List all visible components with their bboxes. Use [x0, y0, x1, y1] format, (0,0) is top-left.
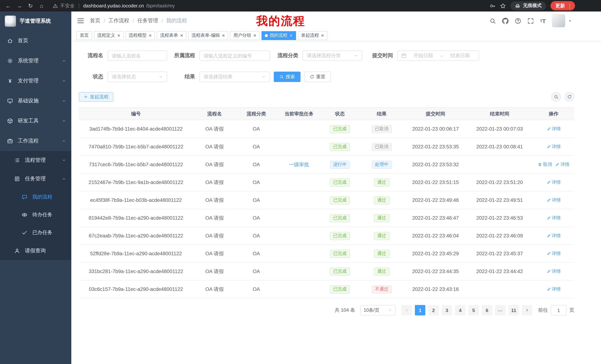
page-button-2[interactable]: 2 [428, 305, 439, 315]
browser-back-button[interactable]: ← [4, 1, 13, 10]
detail-button[interactable]: 详情 [547, 215, 561, 221]
sidebar-item-infrastructure[interactable]: 基础设施 [0, 91, 71, 111]
tab-process-form[interactable]: 流程表单× [157, 31, 186, 40]
cell-result: 通过 [359, 209, 405, 227]
detail-button[interactable]: 详情 [547, 197, 561, 203]
process-def-field: 所属流程 [167, 50, 270, 61]
user-avatar-menu[interactable] [552, 14, 572, 28]
browser-reload-button[interactable]: ↻ [26, 1, 35, 10]
detail-button[interactable]: 详情 [555, 161, 570, 168]
page-button-11[interactable]: 11 [509, 305, 519, 315]
status-select[interactable]: 请选择状态 [108, 72, 167, 82]
header-search-button[interactable] [489, 18, 496, 24]
breadcrumb-separator: / [161, 18, 163, 24]
cell-end-time: 2022-01-22 23:46:53 [466, 209, 533, 227]
breadcrumb-item[interactable]: 首页 [90, 18, 100, 24]
prev-page-button[interactable] [401, 305, 412, 315]
fullscreen-button[interactable] [527, 18, 534, 24]
result-tag: 通过 [374, 232, 390, 240]
sidebar-item-task-mgmt[interactable]: 任务管理 [0, 170, 71, 188]
address-bar[interactable]: 不安全 dashboard.yudao.iocoder.cn/bpm/task/… [53, 2, 175, 9]
cancel-button[interactable]: 取消 [538, 161, 552, 168]
briefcase-icon [7, 138, 13, 144]
sidebar-item-todo-task[interactable]: 待办任务 [0, 206, 71, 224]
sidebar-item-label: 流程管理 [25, 157, 62, 164]
sidebar-item-system[interactable]: 系统管理 [0, 51, 71, 71]
next-page-button[interactable] [522, 305, 532, 315]
cell-category: OA [236, 209, 277, 227]
sidebar-item-workflow[interactable]: 工作流程 [0, 131, 71, 151]
cell-current-task: 一级审批 [277, 156, 321, 173]
github-button[interactable] [502, 18, 508, 24]
detail-button[interactable]: 详情 [547, 233, 561, 239]
cell-submit-time: 2022-01-22 23:46:04 [405, 227, 466, 245]
close-icon[interactable]: × [117, 33, 120, 38]
current-task-link[interactable]: 一级审批 [289, 161, 309, 168]
incognito-badge[interactable]: 无痕模式 [510, 1, 546, 10]
show-search-button[interactable] [551, 92, 561, 102]
pager-more-button[interactable]: ••• [495, 305, 506, 315]
browser-update-button[interactable]: 更新 ⋮ [551, 1, 575, 10]
close-icon[interactable]: × [222, 33, 225, 38]
browser-menu-icon[interactable]: ⋮ [567, 3, 572, 9]
browser-home-button[interactable]: ⌂ [37, 1, 46, 10]
pager: 123456•••11 [400, 305, 534, 315]
tab-process-model[interactable]: 流程模型× [125, 31, 155, 40]
search-button[interactable]: 搜索 [274, 72, 300, 82]
process-name-field: 流程名 [79, 50, 167, 61]
detail-button[interactable]: 详情 [547, 179, 561, 185]
category-select[interactable]: 请选择流程分类 [303, 50, 362, 61]
detail-button[interactable]: 详情 [547, 250, 561, 257]
page-button-1[interactable]: 1 [415, 305, 425, 315]
refresh-table-button[interactable] [565, 92, 574, 102]
reset-button[interactable]: 重置 [304, 72, 331, 82]
sidebar-item-payment[interactable]: ¥支付管理 [0, 71, 71, 91]
submit-time-range-picker[interactable]: 开始日期 - 结束日期 [397, 50, 479, 61]
breadcrumb-item[interactable]: 工作流程 [109, 18, 129, 24]
tab-process-definition[interactable]: 流程定义× [94, 31, 123, 40]
detail-button[interactable]: 详情 [547, 268, 561, 275]
page-button-6[interactable]: 6 [482, 305, 492, 315]
tab-label: 流程模型 [129, 32, 147, 38]
bookmark-star-icon[interactable] [500, 3, 506, 9]
sidebar-item-process-mgmt[interactable]: 流程管理 [0, 151, 71, 170]
close-icon[interactable]: × [290, 33, 292, 38]
trash-icon [538, 163, 542, 167]
tab-start-process[interactable]: 发起流程× [298, 31, 327, 40]
hamburger-button[interactable] [77, 17, 85, 25]
cell-process-name: OA 请假 [193, 174, 236, 191]
sidebar-item-devtools[interactable]: 研发工具 [0, 111, 71, 131]
process-name-input[interactable] [108, 50, 167, 61]
page-button-4[interactable]: 4 [455, 305, 465, 315]
sidebar-item-leave-query[interactable]: 请假查询 [0, 241, 71, 260]
password-key-icon[interactable] [490, 3, 496, 9]
tab-process-form-edit[interactable]: 流程表单-编辑× [188, 31, 228, 40]
app-logo[interactable]: 芋道管理系统 [0, 11, 71, 31]
font-size-button[interactable]: TT [540, 18, 546, 24]
sidebar-item-home[interactable]: 首页 [0, 31, 71, 51]
close-icon[interactable]: × [253, 33, 256, 38]
page-size-select[interactable]: 10条/页 [360, 305, 396, 315]
close-icon[interactable]: × [321, 33, 324, 38]
page-button-5[interactable]: 5 [468, 305, 479, 315]
tab-user-group[interactable]: 用户分组× [230, 31, 260, 40]
result-select[interactable]: 请选择流结果 [200, 72, 270, 82]
tab-my-process[interactable]: 我的流程× [261, 31, 296, 40]
help-button[interactable] [515, 18, 521, 24]
process-def-input[interactable] [200, 50, 270, 61]
sidebar-item-my-process[interactable]: 我的流程 [0, 188, 71, 206]
browser-forward-button[interactable]: → [15, 1, 24, 10]
detail-button[interactable]: 详情 [547, 144, 561, 150]
cell-actions: 详情 [533, 192, 574, 209]
goto-page-input[interactable] [551, 305, 566, 315]
detail-button[interactable]: 详情 [547, 286, 561, 292]
font-size-icon-large: T [542, 18, 546, 24]
sidebar-item-done-task[interactable]: 已办任务 [0, 224, 71, 241]
detail-button[interactable]: 详情 [547, 126, 561, 132]
page-button-3[interactable]: 3 [442, 305, 452, 315]
create-process-button[interactable]: 发起流程 [79, 92, 113, 102]
tab-home[interactable]: 首页 [77, 31, 92, 40]
close-icon[interactable]: × [149, 33, 151, 38]
breadcrumb-item[interactable]: 任务管理 [137, 18, 158, 24]
close-icon[interactable]: × [180, 33, 183, 38]
